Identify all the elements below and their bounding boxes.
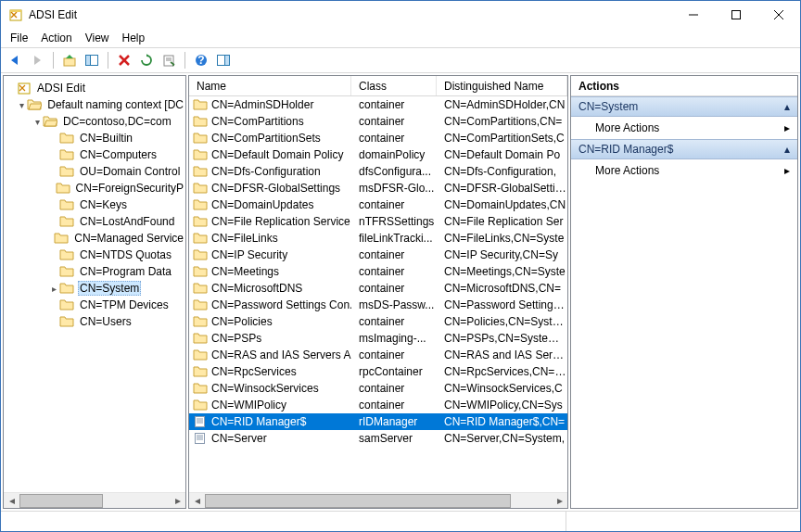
- expand-icon[interactable]: ▾: [32, 117, 43, 127]
- list-pane: Name Class Distinguished Name CN=AdminSD…: [188, 75, 568, 509]
- action-section-header[interactable]: CN=System ▴: [571, 96, 797, 117]
- list-row[interactable]: CN=FileLinks fileLinkTracki... CN=FileLi…: [189, 230, 567, 247]
- list-row[interactable]: CN=Meetings container CN=Meetings,CN=Sys…: [189, 263, 567, 280]
- column-class[interactable]: Class: [351, 76, 437, 95]
- action-item-label: More Actions: [595, 121, 659, 134]
- tree-item-cn-tpm-devices[interactable]: CN=TPM Devices: [4, 297, 185, 313]
- help-button[interactable]: ?: [191, 50, 211, 70]
- list-row[interactable]: CN=Server samServer CN=Server,CN=System,: [189, 430, 567, 447]
- minimize-button[interactable]: [672, 1, 715, 29]
- svg-text:?: ?: [197, 54, 204, 67]
- close-button[interactable]: [757, 1, 800, 29]
- action-section-title: CN=System: [578, 100, 638, 113]
- list-row[interactable]: CN=WMIPolicy container CN=WMIPolicy,CN=S…: [189, 397, 567, 413]
- row-icon: [193, 298, 208, 311]
- list-row[interactable]: CN=RpcServices rpcContainer CN=RpcServic…: [189, 363, 567, 380]
- tree-item-cn-builtin[interactable]: CN=Builtin: [4, 130, 185, 146]
- column-dn[interactable]: Distinguished Name: [437, 76, 567, 95]
- tree[interactable]: ADSI Edit ▾ Default naming context [DC ▾…: [4, 76, 185, 492]
- svg-rect-18: [19, 83, 30, 94]
- tree-item-cn-keys-icon: [59, 198, 74, 211]
- back-button[interactable]: [5, 50, 25, 70]
- menu-help[interactable]: Help: [122, 32, 146, 44]
- list-row[interactable]: CN=ComPartitions container CN=ComPartiti…: [189, 113, 567, 130]
- tree-item-cn-program-data[interactable]: CN=Program Data: [4, 263, 185, 280]
- row-dn: CN=PSPs,CN=System,D: [437, 332, 567, 345]
- list-row[interactable]: CN=Password Settings Con... msDS-Passw..…: [189, 297, 567, 313]
- tree-item-cn-ntds-quotas[interactable]: CN=NTDS Quotas: [4, 247, 185, 263]
- tree-item-cn-computers-icon: [59, 148, 74, 161]
- row-dn: CN=ComPartitionSets,C: [437, 132, 567, 145]
- show-hide-tree-button[interactable]: [82, 50, 102, 70]
- menu-view[interactable]: View: [85, 32, 109, 44]
- delete-button[interactable]: [114, 50, 134, 70]
- row-class: container: [351, 132, 437, 145]
- menu-action[interactable]: Action: [41, 32, 71, 44]
- list-row[interactable]: CN=PSPs msImaging-... CN=PSPs,CN=System,…: [189, 330, 567, 347]
- menu-file[interactable]: File: [10, 32, 28, 44]
- tree-context[interactable]: ▾ Default naming context [DC: [4, 96, 185, 113]
- list-body[interactable]: CN=AdminSDHolder container CN=AdminSDHol…: [189, 96, 567, 492]
- list-row[interactable]: CN=Default Domain Policy domainPolicy CN…: [189, 146, 567, 163]
- tree-item-cn-users[interactable]: CN=Users: [4, 313, 185, 330]
- row-dn: CN=RAS and IAS Servers: [437, 348, 567, 361]
- tree-item-cn-keys[interactable]: CN=Keys: [4, 196, 185, 213]
- tree-hscroll[interactable]: ◂▸: [4, 492, 185, 508]
- list-row[interactable]: CN=IP Security container CN=IP Security,…: [189, 247, 567, 263]
- row-class: container: [351, 282, 437, 295]
- list-row[interactable]: CN=ComPartitionSets container CN=ComPart…: [189, 130, 567, 146]
- tree-root[interactable]: ADSI Edit: [4, 80, 185, 96]
- list-row[interactable]: CN=DFSR-GlobalSettings msDFSR-Glo... CN=…: [189, 180, 567, 196]
- expand-icon[interactable]: ▾: [17, 100, 27, 110]
- list-hscroll[interactable]: ◂▸: [189, 492, 567, 508]
- svg-rect-3: [732, 11, 741, 19]
- collapse-icon[interactable]: ▴: [784, 100, 790, 113]
- list-row[interactable]: CN=RID Manager$ rIDManager CN=RID Manage…: [189, 413, 567, 430]
- list-row[interactable]: CN=RAS and IAS Servers Ac... container C…: [189, 347, 567, 363]
- list-row[interactable]: CN=AdminSDHolder container CN=AdminSDHol…: [189, 96, 567, 113]
- column-name[interactable]: Name: [189, 76, 351, 95]
- row-name: CN=Default Domain Policy: [211, 148, 343, 161]
- row-icon: [193, 399, 208, 412]
- forward-button[interactable]: [27, 50, 47, 70]
- list-row[interactable]: CN=DomainUpdates container CN=DomainUpda…: [189, 196, 567, 213]
- row-name: CN=DomainUpdates: [211, 198, 313, 211]
- list-row[interactable]: CN=Dfs-Configuration dfsConfigura... CN=…: [189, 163, 567, 180]
- expand-icon[interactable]: ▸: [48, 284, 59, 294]
- row-icon: [193, 148, 208, 161]
- tree-item-cn-system[interactable]: ▸ CN=System: [4, 280, 185, 297]
- tree-item-ou-domain-control-icon: [59, 165, 74, 178]
- maximize-button[interactable]: [715, 1, 757, 29]
- up-button[interactable]: [59, 50, 80, 70]
- tree-item-cn-computers[interactable]: CN=Computers: [4, 146, 185, 163]
- action-section-header[interactable]: CN=RID Manager$ ▴: [571, 139, 797, 159]
- row-class: rpcContainer: [351, 365, 437, 378]
- list-row[interactable]: CN=File Replication Service nTFRSSetting…: [189, 213, 567, 230]
- row-dn: CN=Default Domain Po: [437, 148, 567, 161]
- row-class: samServer: [351, 432, 437, 445]
- list-row[interactable]: CN=MicrosoftDNS container CN=MicrosoftDN…: [189, 280, 567, 297]
- tree-item-cn-managed-service[interactable]: CN=Managed Service: [4, 230, 185, 247]
- row-icon: [193, 215, 208, 228]
- actions-pane: Actions CN=System ▴ More Actions ▸ CN=RI…: [570, 75, 798, 509]
- row-icon: [193, 248, 208, 261]
- row-class: container: [351, 399, 437, 412]
- action-more-actions[interactable]: More Actions ▸: [571, 117, 797, 139]
- show-hide-action-pane-button[interactable]: [213, 50, 234, 70]
- tree-item-cn-lostandfound[interactable]: CN=LostAndFound: [4, 213, 185, 230]
- refresh-button[interactable]: [136, 50, 157, 70]
- tree-dc[interactable]: ▾ DC=contoso,DC=com: [4, 113, 185, 130]
- tree-item-cn-foreignsecurityp[interactable]: CN=ForeignSecurityP: [4, 180, 185, 196]
- row-icon: [193, 182, 208, 195]
- action-more-actions[interactable]: More Actions ▸: [571, 159, 797, 182]
- titlebar: ADSI Edit: [1, 1, 800, 29]
- export-list-button[interactable]: [159, 50, 179, 70]
- row-dn: CN=AdminSDHolder,CN: [437, 98, 567, 111]
- collapse-icon[interactable]: ▴: [784, 143, 790, 156]
- submenu-icon: ▸: [784, 164, 790, 177]
- tree-item-cn-foreignsecurityp-icon: [56, 182, 70, 195]
- row-class: nTFRSSettings: [351, 215, 437, 228]
- tree-item-ou-domain-control[interactable]: OU=Domain Control: [4, 163, 185, 180]
- list-row[interactable]: CN=WinsockServices container CN=WinsockS…: [189, 380, 567, 397]
- list-row[interactable]: CN=Policies container CN=Policies,CN=Sys…: [189, 313, 567, 330]
